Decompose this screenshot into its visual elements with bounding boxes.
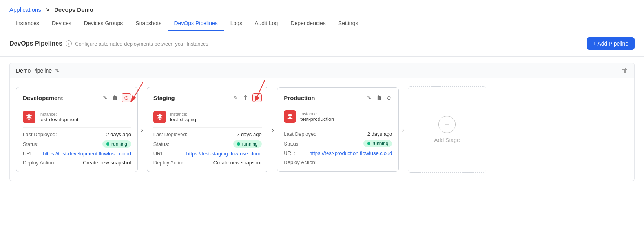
stage-icons-dev: ✎ 🗑 ⊙ [102, 93, 131, 102]
tab-devices-groups[interactable]: Devices Groups [78, 16, 130, 31]
last-deployed-label-production: Last Deployed: [284, 131, 318, 137]
detail-status-staging: Status: running [153, 140, 262, 148]
tab-audit-log[interactable]: Audit Log [248, 16, 284, 31]
instance-label-staging: Instance: [170, 112, 196, 117]
instance-row-staging: Instance: test-staging [153, 107, 262, 128]
instance-label-production: Instance: [300, 111, 334, 116]
stage-icons-staging: ✎ 🗑 ⊙ [233, 93, 262, 102]
status-dot-production [367, 142, 370, 145]
add-pipeline-button[interactable]: + Add Pipeline [587, 37, 635, 50]
detail-deploy-action-dev: Deploy Action: Create new snapshot [23, 160, 131, 166]
breadcrumb-app-link[interactable]: Applications [9, 6, 41, 13]
stage-details-production: Last Deployed: 2 days ago Status: runnin… [284, 131, 392, 165]
detail-status-production: Status: running [284, 140, 392, 147]
stage-details-staging: Last Deployed: 2 days ago Status: runnin… [153, 131, 262, 166]
instance-icon-staging [153, 111, 166, 123]
url-label-production: URL: [284, 150, 296, 156]
info-icon[interactable]: i [66, 40, 72, 47]
deploy-action-label-staging: Deploy Action: [153, 160, 186, 166]
url-label-staging: URL: [153, 151, 165, 157]
instance-row-production: Instance: test-production [284, 106, 392, 127]
add-stage-label: Add Stage [434, 137, 460, 143]
pipeline-edit-icon[interactable]: ✎ [55, 67, 60, 74]
pipeline-header-left: Demo Pipeline ✎ [16, 67, 60, 74]
instance-icon-dev [23, 111, 35, 123]
pipeline-container: Demo Pipeline ✎ 🗑 Developement ✎ 🗑 ⊙ [0, 57, 644, 187]
instance-name-production: test-production [300, 116, 334, 122]
pipeline-header: Demo Pipeline ✎ 🗑 [9, 63, 635, 78]
stage-run-button-dev[interactable]: ⊙ [122, 93, 131, 102]
instance-info-dev: Instance: test-development [39, 112, 78, 122]
stage-edit-button-production[interactable]: ✎ [366, 94, 372, 102]
stage-card-staging: Staging ✎ 🗑 ⊙ Instance: test-staging [147, 87, 268, 172]
arrow-dev-to-staging: › [138, 125, 147, 134]
status-dot-dev [106, 142, 109, 146]
stage-run-button-staging[interactable]: ⊙ [252, 93, 262, 102]
breadcrumb: Applications > Devops Demo [0, 0, 644, 16]
detail-last-deployed-production: Last Deployed: 2 days ago [284, 131, 392, 137]
detail-url-staging: URL: https://test-staging.flowfuse.cloud [153, 151, 262, 157]
instance-label-dev: Instance: [39, 112, 78, 117]
detail-status-dev: Status: running [23, 140, 131, 148]
breadcrumb-separator: > [46, 6, 49, 13]
stage-delete-button-dev[interactable]: 🗑 [111, 94, 119, 102]
stage-name-staging: Staging [153, 95, 175, 101]
stage-run-button-production[interactable]: ⊙ [386, 94, 392, 102]
instance-name-staging: test-staging [170, 117, 196, 122]
arrow-production-to-add: › [399, 125, 408, 134]
detail-deploy-action-staging: Deploy Action: Create new snapshot [153, 160, 262, 166]
detail-last-deployed-staging: Last Deployed: 2 days ago [153, 131, 262, 137]
page-subtitle: Configure automated deployments between … [75, 41, 208, 47]
url-label-dev: URL: [23, 151, 35, 157]
arrow-staging-to-production: › [268, 125, 277, 134]
status-text-staging: running [242, 141, 258, 147]
status-dot-staging [237, 142, 240, 146]
page-header-left: DevOps Pipelines i Configure automated d… [9, 40, 208, 47]
deploy-action-value-dev: Create new snapshot [83, 160, 131, 166]
pipeline-stages-wrapper: Developement ✎ 🗑 ⊙ Instance: test-develo… [9, 78, 635, 181]
breadcrumb-current: Devops Demo [54, 6, 93, 13]
status-badge-staging: running [233, 140, 262, 148]
page-header: DevOps Pipelines i Configure automated d… [0, 31, 644, 57]
add-stage-card[interactable]: + Add Stage [408, 86, 486, 173]
stage-delete-button-production[interactable]: 🗑 [376, 94, 383, 102]
tab-settings[interactable]: Settings [332, 16, 365, 31]
last-deployed-label-dev: Last Deployed: [23, 131, 57, 137]
detail-url-production: URL: https://test-production.flowfuse.cl… [284, 150, 392, 156]
last-deployed-value-production: 2 days ago [367, 131, 392, 137]
tab-dependencies[interactable]: Dependencies [284, 16, 332, 31]
pipeline-name: Demo Pipeline [16, 67, 52, 74]
instance-name-dev: test-development [39, 117, 78, 122]
stage-card-header-staging: Staging ✎ 🗑 ⊙ [153, 93, 262, 102]
pipeline-delete-icon[interactable]: 🗑 [622, 67, 628, 74]
stage-card-header-production: Production ✎ 🗑 ⊙ [284, 94, 392, 102]
tab-devops-pipelines[interactable]: DevOps Pipelines [168, 16, 224, 31]
tab-logs[interactable]: Logs [224, 16, 248, 31]
status-text-production: running [372, 141, 388, 146]
stage-delete-button-staging[interactable]: 🗑 [242, 94, 249, 102]
url-value-production[interactable]: https://test-production.flowfuse.cloud [309, 150, 392, 156]
stage-edit-button-dev[interactable]: ✎ [102, 94, 108, 102]
instance-info-production: Instance: test-production [300, 111, 334, 122]
status-badge-dev: running [102, 140, 131, 148]
url-value-staging[interactable]: https://test-staging.flowfuse.cloud [186, 151, 261, 157]
last-deployed-label-staging: Last Deployed: [153, 131, 188, 137]
stage-card-developement: Developement ✎ 🗑 ⊙ Instance: test-develo… [16, 87, 138, 172]
pipeline-stages: Developement ✎ 🗑 ⊙ Instance: test-develo… [9, 78, 635, 181]
deploy-action-label-dev: Deploy Action: [23, 160, 55, 166]
url-value-dev[interactable]: https://test-development.flowfuse.cloud [43, 151, 131, 157]
tab-snapshots[interactable]: Snapshots [129, 16, 168, 31]
tab-instances[interactable]: Instances [9, 16, 46, 31]
tab-devices[interactable]: Devices [46, 16, 78, 31]
stage-name-dev: Developement [23, 95, 63, 101]
instance-icon-production [284, 110, 296, 123]
detail-url-dev: URL: https://test-development.flowfuse.c… [23, 151, 131, 157]
instance-row-dev: Instance: test-development [23, 107, 131, 128]
stage-icons-production: ✎ 🗑 ⊙ [366, 94, 392, 102]
page-title: DevOps Pipelines [9, 40, 62, 47]
status-text-dev: running [111, 141, 127, 147]
tab-bar: Instances Devices Devices Groups Snapsho… [0, 16, 644, 31]
stage-edit-button-staging[interactable]: ✎ [233, 94, 239, 102]
stage-card-production: Production ✎ 🗑 ⊙ Instance: test-producti… [277, 87, 399, 172]
last-deployed-value-staging: 2 days ago [237, 131, 262, 137]
